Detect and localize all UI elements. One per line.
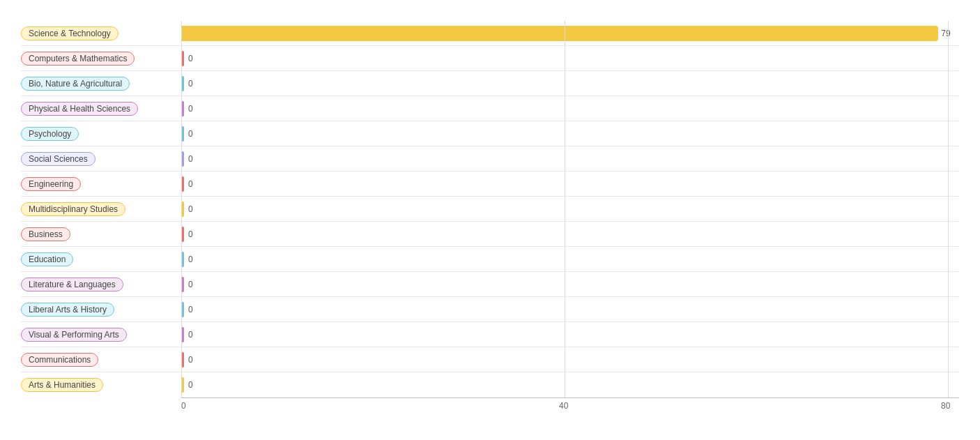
bar-label-9: Education bbox=[21, 252, 181, 266]
bar-fill-8 bbox=[181, 227, 184, 242]
bar-label-13: Communications bbox=[21, 353, 181, 367]
bar-value-6: 0 bbox=[188, 179, 193, 189]
label-pill-2: Bio, Nature & Agricultural bbox=[21, 77, 130, 91]
label-pill-3: Physical & Health Sciences bbox=[21, 102, 138, 116]
bar-fill-14 bbox=[181, 377, 184, 393]
bar-label-1: Computers & Mathematics bbox=[21, 52, 181, 66]
bar-row: Bio, Nature & Agricultural0 bbox=[21, 71, 959, 96]
x-tick-80: 80 bbox=[941, 401, 950, 411]
bar-track-0: 79 bbox=[181, 21, 959, 45]
bar-row: Literature & Languages0 bbox=[21, 272, 959, 297]
label-pill-7: Multidisciplinary Studies bbox=[21, 202, 125, 216]
bar-track-7: 0 bbox=[181, 197, 959, 221]
bar-value-9: 0 bbox=[188, 255, 193, 264]
bar-track-3: 0 bbox=[181, 96, 959, 121]
bar-label-3: Physical & Health Sciences bbox=[21, 102, 181, 116]
bar-label-12: Visual & Performing Arts bbox=[21, 328, 181, 342]
bar-row: Engineering0 bbox=[21, 172, 959, 197]
bar-value-13: 0 bbox=[188, 355, 193, 365]
bar-fill-2 bbox=[181, 76, 184, 91]
bar-row: Physical & Health Sciences0 bbox=[21, 96, 959, 121]
bar-row: Arts & Humanities0 bbox=[21, 372, 959, 397]
bar-fill-12 bbox=[181, 327, 184, 342]
bar-value-3: 0 bbox=[188, 104, 193, 114]
chart-area: Science & Technology79Computers & Mathem… bbox=[21, 21, 959, 414]
bar-track-13: 0 bbox=[181, 347, 959, 372]
bar-fill-11 bbox=[181, 302, 184, 317]
bar-value-5: 0 bbox=[188, 154, 193, 164]
label-pill-0: Science & Technology bbox=[21, 26, 118, 40]
bar-row: Education0 bbox=[21, 247, 959, 272]
label-pill-1: Computers & Mathematics bbox=[21, 52, 135, 66]
page-container: Science & Technology79Computers & Mathem… bbox=[21, 21, 959, 414]
label-pill-5: Social Sciences bbox=[21, 152, 95, 166]
bar-track-5: 0 bbox=[181, 146, 959, 171]
bar-row: Social Sciences0 bbox=[21, 146, 959, 172]
label-pill-4: Psychology bbox=[21, 127, 79, 141]
bar-label-7: Multidisciplinary Studies bbox=[21, 202, 181, 216]
label-pill-10: Literature & Languages bbox=[21, 278, 123, 291]
bar-row: Communications0 bbox=[21, 347, 959, 372]
bar-fill-6 bbox=[181, 176, 184, 192]
bar-fill-3 bbox=[181, 101, 184, 116]
x-tick-0: 0 bbox=[181, 401, 186, 411]
label-pill-8: Business bbox=[21, 227, 70, 241]
bar-value-4: 0 bbox=[188, 129, 193, 139]
bar-track-12: 0 bbox=[181, 322, 959, 347]
bar-value-0: 79 bbox=[941, 29, 950, 38]
bar-label-2: Bio, Nature & Agricultural bbox=[21, 77, 181, 91]
bar-track-11: 0 bbox=[181, 297, 959, 321]
bar-label-14: Arts & Humanities bbox=[21, 378, 181, 392]
bar-track-8: 0 bbox=[181, 222, 959, 246]
x-tick-40: 40 bbox=[559, 401, 568, 411]
bar-fill-4 bbox=[181, 126, 184, 142]
bar-value-14: 0 bbox=[188, 380, 193, 390]
bar-fill-10 bbox=[181, 277, 184, 292]
label-pill-11: Liberal Arts & History bbox=[21, 303, 114, 317]
bar-label-5: Social Sciences bbox=[21, 152, 181, 166]
bar-fill-1 bbox=[181, 51, 184, 66]
bar-row: Visual & Performing Arts0 bbox=[21, 322, 959, 347]
bar-row: Liberal Arts & History0 bbox=[21, 297, 959, 322]
label-pill-14: Arts & Humanities bbox=[21, 378, 103, 392]
bar-label-8: Business bbox=[21, 227, 181, 241]
bar-label-0: Science & Technology bbox=[21, 26, 181, 40]
bar-value-2: 0 bbox=[188, 79, 193, 89]
bar-fill-13 bbox=[181, 352, 184, 367]
bar-track-2: 0 bbox=[181, 71, 959, 96]
label-pill-12: Visual & Performing Arts bbox=[21, 328, 127, 342]
bar-track-10: 0 bbox=[181, 272, 959, 296]
bar-value-12: 0 bbox=[188, 330, 193, 340]
bar-value-10: 0 bbox=[188, 280, 193, 289]
bar-label-11: Liberal Arts & History bbox=[21, 303, 181, 317]
bar-row: Business0 bbox=[21, 222, 959, 247]
bar-value-8: 0 bbox=[188, 229, 193, 239]
bar-track-1: 0 bbox=[181, 46, 959, 70]
bar-track-4: 0 bbox=[181, 121, 959, 146]
bar-value-1: 0 bbox=[188, 54, 193, 63]
bar-value-7: 0 bbox=[188, 204, 193, 214]
bar-track-14: 0 bbox=[181, 372, 959, 397]
bar-row: Computers & Mathematics0 bbox=[21, 46, 959, 71]
label-pill-6: Engineering bbox=[21, 177, 81, 191]
bar-fill-7 bbox=[181, 202, 184, 217]
bar-row: Science & Technology79 bbox=[21, 21, 959, 46]
bar-value-11: 0 bbox=[188, 305, 193, 314]
bar-label-10: Literature & Languages bbox=[21, 278, 181, 291]
bar-fill-9 bbox=[181, 252, 184, 267]
bar-label-4: Psychology bbox=[21, 127, 181, 141]
bar-label-6: Engineering bbox=[21, 177, 181, 191]
label-pill-13: Communications bbox=[21, 353, 98, 367]
bar-track-9: 0 bbox=[181, 247, 959, 271]
label-pill-9: Education bbox=[21, 252, 73, 266]
bar-track-6: 0 bbox=[181, 172, 959, 196]
bar-row: Psychology0 bbox=[21, 121, 959, 146]
bar-fill-5 bbox=[181, 151, 184, 167]
bar-fill-0 bbox=[181, 26, 938, 41]
bar-row: Multidisciplinary Studies0 bbox=[21, 197, 959, 222]
